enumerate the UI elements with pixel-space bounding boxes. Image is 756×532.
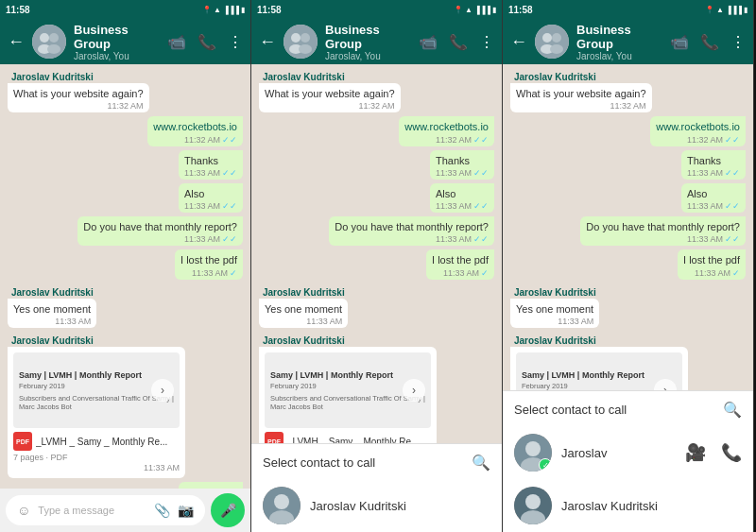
video-call-button-1[interactable]: 📹 (167, 33, 186, 51)
msg-row: Do you have that monthly report? 11:33 A… (510, 216, 746, 246)
back-button-3[interactable]: ← (510, 32, 527, 52)
message-time: 11:33 AM (443, 268, 479, 278)
video-call-contact-icon[interactable]: 🎥 (685, 442, 706, 463)
more-button-1[interactable]: ⋮ (228, 33, 243, 51)
message-time: 11:33 AM (436, 201, 472, 211)
message-bubble: I lost the pdf 11:33 AM ✓ (426, 249, 494, 279)
status-icons-2: 📍 ▲ ▐▐▐ ▮ (454, 6, 496, 14)
message-text: Thanks (687, 154, 740, 167)
message-check: ✓✓ (473, 168, 489, 178)
back-button-2[interactable]: ← (259, 32, 276, 52)
svg-point-15 (552, 33, 561, 43)
panel-3: 11:58 📍 ▲ ▐▐▐ ▮ ← Business Group Jarosla… (503, 0, 754, 532)
svg-point-17 (550, 44, 563, 54)
battery-icon-3: ▮ (744, 6, 747, 14)
svg-point-14 (542, 33, 552, 43)
contact-item[interactable]: Jaroslav Kudritski (251, 479, 502, 532)
more-button-2[interactable]: ⋮ (479, 33, 494, 51)
msg-row: Thanks 11:33 AM ✓✓ (8, 482, 243, 489)
group-sub-1: Jaroslav, You (74, 51, 160, 61)
file-info: 7 pages · PDF (13, 453, 180, 462)
contact-search-icon-2[interactable]: 🔍 (472, 454, 490, 472)
contact-avatar (263, 487, 301, 524)
message-text: I lost the pdf (683, 253, 740, 266)
call-button-1[interactable]: 📞 (198, 33, 216, 51)
message-input-field-1[interactable]: ☺ Type a message 📎 📷 (6, 495, 205, 525)
wifi-icon-2: ▲ (465, 6, 472, 14)
forward-icon[interactable]: › (151, 379, 174, 402)
panel-2: 11:58 📍 ▲ ▐▐▐ ▮ ← Business Group Jarosla… (251, 0, 503, 532)
group-name-3: Business Group (576, 23, 662, 51)
message-time: 11:32 AM (687, 135, 723, 145)
message-time: 11:32 AM (108, 101, 144, 111)
message-time: 11:33 AM (687, 234, 723, 244)
sender-label: Jaroslav Kudritski (259, 70, 494, 83)
more-button-3[interactable]: ⋮ (730, 33, 746, 51)
header-actions-3: 📹 📞 ⋮ (670, 33, 746, 51)
message-text: Do you have that monthly report? (335, 220, 489, 233)
message-bubble: Yes one moment 11:33 AM (8, 299, 96, 328)
emoji-icon[interactable]: ☺ (17, 503, 30, 518)
header-info-1: Business Group Jaroslav, You (74, 23, 160, 61)
message-time: 11:33 AM (436, 234, 472, 244)
msg-row: Do you have that monthly report? 11:33 A… (8, 216, 243, 246)
svg-rect-13 (535, 25, 569, 59)
msg-row: Do you have that monthly report? 11:33 A… (259, 216, 494, 246)
contact-picker-header-2: Select contact to call 🔍 (251, 444, 502, 479)
message-check: ✓✓ (222, 168, 237, 178)
input-icons: 📎 📷 (154, 503, 194, 518)
sender-label: Jaroslav Kudritski (8, 332, 243, 347)
camera-icon[interactable]: 📷 (178, 503, 194, 518)
message-check: ✓ (732, 268, 740, 278)
svg-point-11 (274, 494, 289, 509)
msg-row: I lost the pdf 11:33 AM ✓ (510, 249, 746, 279)
msg-row: Also 11:33 AM ✓✓ (8, 183, 243, 213)
wifi-icon-3: ▲ (716, 6, 724, 14)
back-button-1[interactable]: ← (8, 32, 25, 52)
mic-button-1[interactable]: 🎤 (211, 493, 245, 527)
message-bubble: What is your website again? 11:32 AM (510, 83, 652, 112)
signal-icon-3: ▐▐▐ (726, 6, 742, 14)
call-button-2[interactable]: 📞 (449, 33, 468, 51)
message-time: 11:33 AM (687, 201, 723, 211)
message-bubble: Do you have that monthly report? 11:33 A… (580, 216, 746, 246)
call-button-3[interactable]: 📞 (700, 33, 719, 51)
group-name-1: Business Group (74, 23, 160, 51)
svg-point-2 (49, 33, 59, 43)
contact-avatar-jaroslav: ✓ (514, 434, 552, 472)
message-check: ✓ (481, 268, 489, 278)
message-text: Yes one moment (13, 302, 91, 316)
status-bar-3: 11:58 📍 ▲ ▐▐▐ ▮ (503, 0, 753, 19)
chat-header-1: ← Business Group Jaroslav, You 📹 📞 ⋮ (0, 19, 250, 64)
message-bubble: Thanks 11:33 AM ✓✓ (179, 150, 243, 180)
msg-row: What is your website again? 11:32 AM (259, 83, 494, 112)
forward-icon[interactable]: › (403, 379, 425, 402)
message-text: Thanks (184, 486, 237, 489)
sender-label: Jaroslav Kudritski (510, 70, 746, 83)
sender-label: Jaroslav Kudritski (8, 283, 243, 299)
message-bubble: Do you have that monthly report? 11:33 A… (329, 216, 494, 246)
message-text: What is your website again? (516, 87, 646, 100)
svg-point-6 (291, 33, 301, 43)
message-bubble: Thanks 11:33 AM ✓✓ (430, 150, 494, 180)
phone-call-contact-icon[interactable]: 📞 (721, 442, 742, 463)
contact-search-icon-3[interactable]: 🔍 (723, 401, 742, 419)
video-call-button-2[interactable]: 📹 (419, 33, 438, 51)
location-icon-3: 📍 (705, 6, 714, 14)
message-bubble: Yes one moment 11:33 AM (510, 299, 599, 328)
header-info-2: Business Group Jaroslav, You (325, 23, 411, 61)
contact-name-jaroslav-kudritski: Jaroslav Kudritski (561, 499, 658, 513)
input-placeholder-1: Type a message (38, 505, 146, 516)
svg-point-9 (299, 44, 312, 54)
chat-header-2: ← Business Group Jaroslav, You 📹 📞 ⋮ (251, 19, 502, 64)
message-bubble: What is your website again? 11:32 AM (8, 83, 149, 112)
message-time: 11:32 AM (359, 101, 395, 111)
contact-item-jaroslav-kudritski[interactable]: Jaroslav Kudritski (503, 479, 753, 532)
message-time: 11:33 AM (436, 168, 472, 178)
group-avatar-3 (535, 25, 569, 59)
contact-item-jaroslav[interactable]: ✓ Jaroslav 🎥 📞 (503, 426, 753, 479)
chat-body-1[interactable]: Jaroslav Kudritski What is your website … (0, 64, 250, 489)
sender-label: Jaroslav Kudritski (259, 283, 494, 299)
video-call-button-3[interactable]: 📹 (670, 33, 689, 51)
attachment-icon[interactable]: 📎 (154, 503, 170, 518)
